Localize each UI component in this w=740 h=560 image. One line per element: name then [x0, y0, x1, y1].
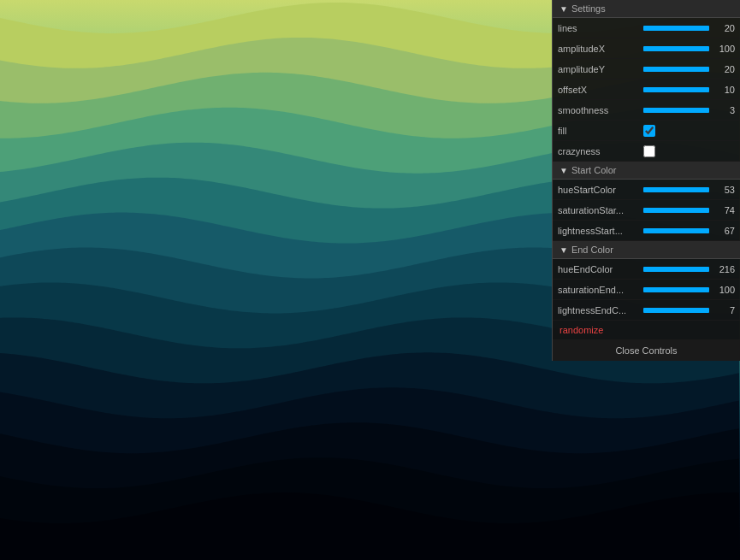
end-color-header[interactable]: ▼ End Color	[553, 241, 740, 259]
amplitudey-slider[interactable]	[643, 67, 709, 72]
end-color-label: End Color	[571, 245, 613, 255]
saturation-end-slider[interactable]	[643, 287, 709, 292]
fill-row: fill	[553, 121, 740, 141]
hue-start-slider[interactable]	[643, 187, 709, 192]
saturation-start-row: saturationStar... 74	[553, 200, 740, 221]
lines-slider[interactable]	[643, 26, 709, 31]
lines-label: lines	[558, 23, 643, 33]
lines-value: 20	[709, 23, 735, 33]
hue-start-color-row: hueStartColor 53	[553, 180, 740, 200]
start-color-header[interactable]: ▼ Start Color	[553, 162, 740, 180]
hue-end-slider-container	[643, 267, 709, 272]
lightness-start-slider[interactable]	[643, 228, 709, 233]
smoothness-slider[interactable]	[643, 108, 709, 113]
amplitudey-row: amplitudeY 20	[553, 59, 740, 80]
offsetx-label: offsetX	[558, 85, 643, 95]
crazyness-row: crazyness	[553, 141, 740, 162]
hue-start-color-label: hueStartColor	[558, 185, 643, 195]
lightness-end-row: lightnessEndC... 7	[553, 300, 740, 321]
smoothness-value: 3	[709, 105, 735, 115]
lightness-start-slider-container	[643, 228, 709, 233]
offsetx-slider-container	[643, 87, 709, 92]
crazyness-checkbox-container	[643, 145, 655, 157]
amplitudey-value: 20	[709, 64, 735, 74]
offsetx-value: 10	[709, 85, 735, 95]
amplitudex-label: amplitudeX	[558, 44, 643, 54]
smoothness-row: smoothness 3	[553, 100, 740, 121]
lines-row: lines 20	[553, 18, 740, 38]
lightness-end-value: 7	[709, 305, 735, 315]
hue-start-value: 53	[709, 185, 735, 195]
hue-end-color-label: hueEndColor	[558, 264, 643, 274]
lightness-start-value: 67	[709, 226, 735, 236]
lightness-start-label: lightnessStart...	[558, 226, 643, 236]
hue-end-color-row: hueEndColor 216	[553, 259, 740, 280]
offsetx-row: offsetX 10	[553, 80, 740, 100]
randomize-button[interactable]: randomize	[553, 321, 740, 340]
amplitudex-row: amplitudeX 100	[553, 38, 740, 59]
close-controls-button[interactable]: Close Controls	[553, 340, 740, 361]
crazyness-checkbox[interactable]	[643, 145, 655, 157]
control-panel: ▼ Settings lines 20 amplitudeX 100 ampli…	[552, 0, 740, 361]
settings-header[interactable]: ▼ Settings	[553, 0, 740, 18]
offsetx-slider[interactable]	[643, 87, 709, 92]
smoothness-label: smoothness	[558, 105, 643, 115]
saturation-end-value: 100	[709, 285, 735, 295]
amplitudey-label: amplitudeY	[558, 64, 643, 74]
saturation-start-slider-container	[643, 208, 709, 213]
lightness-end-label: lightnessEndC...	[558, 305, 643, 315]
fill-label: fill	[558, 126, 643, 136]
saturation-end-slider-container	[643, 287, 709, 292]
crazyness-label: crazyness	[558, 146, 643, 156]
amplitudex-slider-container	[643, 46, 709, 51]
lightness-end-slider-container	[643, 308, 709, 313]
start-color-arrow: ▼	[559, 166, 568, 175]
fill-checkbox[interactable]	[643, 125, 655, 137]
amplitudey-slider-container	[643, 67, 709, 72]
fill-checkbox-container	[643, 125, 655, 137]
saturation-start-slider[interactable]	[643, 208, 709, 213]
hue-end-value: 216	[709, 264, 735, 274]
lines-slider-container	[643, 26, 709, 31]
settings-arrow: ▼	[559, 4, 568, 14]
settings-label: Settings	[571, 3, 606, 14]
hue-end-slider[interactable]	[643, 267, 709, 272]
smoothness-slider-container	[643, 108, 709, 113]
amplitudex-slider[interactable]	[643, 46, 709, 51]
saturation-end-label: saturationEnd...	[558, 285, 643, 295]
amplitudex-value: 100	[709, 44, 735, 54]
saturation-start-label: saturationStar...	[558, 205, 643, 215]
end-color-arrow: ▼	[559, 245, 568, 255]
start-color-label: Start Color	[571, 165, 617, 175]
lightness-end-slider[interactable]	[643, 308, 709, 313]
lightness-start-row: lightnessStart... 67	[553, 221, 740, 241]
hue-start-slider-container	[643, 187, 709, 192]
saturation-end-row: saturationEnd... 100	[553, 280, 740, 300]
saturation-start-value: 74	[709, 205, 735, 215]
